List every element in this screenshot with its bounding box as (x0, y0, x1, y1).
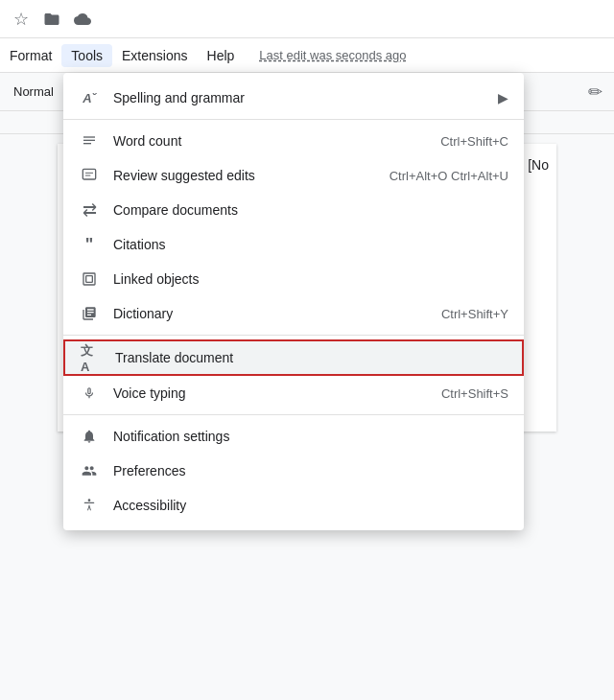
dropdown-item-preferences[interactable]: Preferences (63, 454, 524, 488)
compare-docs-icon: ⇄ (79, 199, 100, 221)
review-edits-icon (79, 165, 100, 186)
preferences-label: Preferences (113, 463, 508, 478)
menu-tools[interactable]: Tools (61, 44, 112, 67)
svg-rect-7 (86, 276, 93, 283)
dropdown-section-4: Notification settings Preferences Access… (63, 415, 524, 526)
word-count-icon (79, 130, 100, 152)
dropdown-item-word-count[interactable]: Word count Ctrl+Shift+C (63, 124, 524, 158)
pencil-icon[interactable]: ✏ (584, 78, 606, 106)
notifications-icon (79, 426, 100, 447)
dictionary-shortcut: Ctrl+Shift+Y (441, 307, 508, 321)
dropdown-item-dictionary[interactable]: Dictionary Ctrl+Shift+Y (63, 296, 524, 331)
doc-bracket-nor: [No (528, 157, 549, 173)
dropdown-item-linked-objects[interactable]: Linked objects (63, 262, 524, 296)
dropdown-item-voice-typing[interactable]: Voice typing Ctrl+Shift+S (63, 376, 524, 410)
svg-rect-3 (83, 169, 95, 179)
review-edits-label: Review suggested edits (113, 168, 390, 183)
dropdown-item-review-edits[interactable]: Review suggested edits Ctrl+Alt+O Ctrl+A… (63, 158, 524, 193)
dropdown-item-spelling-grammar[interactable]: Aˇ Spelling and grammar ▶ (63, 81, 524, 115)
spelling-icon: Aˇ (79, 87, 100, 108)
dropdown-section-2: Word count Ctrl+Shift+C Review suggested… (63, 120, 524, 336)
folder-icon[interactable] (38, 6, 65, 33)
word-count-shortcut: Ctrl+Shift+C (440, 134, 508, 149)
svg-rect-2 (83, 143, 91, 144)
voice-typing-label: Voice typing (113, 385, 441, 401)
spelling-grammar-arrow: ▶ (498, 90, 508, 105)
translate-icon: 文A (81, 347, 102, 368)
tools-dropdown: Aˇ Spelling and grammar ▶ Word count Ctr… (63, 73, 524, 530)
translate-label: Translate document (115, 350, 507, 365)
dictionary-label: Dictionary (113, 306, 441, 321)
citations-icon: " (79, 234, 100, 255)
accessibility-icon (79, 495, 100, 516)
linked-objects-label: Linked objects (113, 271, 508, 287)
svg-rect-6 (83, 273, 95, 285)
svg-rect-0 (83, 136, 95, 137)
dropdown-item-translate[interactable]: 文A Translate document (63, 339, 524, 376)
menu-extensions[interactable]: Extensions (112, 44, 197, 67)
svg-point-8 (88, 499, 91, 502)
dropdown-item-citations[interactable]: " Citations (63, 227, 524, 262)
dropdown-item-accessibility[interactable]: Accessibility (63, 488, 524, 523)
spelling-grammar-label: Spelling and grammar (113, 90, 490, 105)
linked-objects-icon (79, 268, 100, 290)
dictionary-icon (79, 303, 100, 324)
voice-typing-shortcut: Ctrl+Shift+S (441, 386, 508, 401)
menu-bar: Format Tools Extensions Help Last edit w… (0, 38, 614, 73)
dropdown-section-3: 文A Translate document Voice typing Ctrl+… (63, 336, 524, 415)
accessibility-label: Accessibility (113, 498, 508, 513)
svg-rect-1 (83, 140, 95, 141)
voice-typing-icon (79, 383, 100, 404)
style-normal[interactable]: Normal (8, 82, 59, 101)
preferences-icon (79, 460, 100, 481)
cloud-icon[interactable] (69, 6, 96, 33)
review-edits-shortcut: Ctrl+Alt+O Ctrl+Alt+U (390, 169, 508, 183)
compare-docs-label: Compare documents (113, 202, 508, 218)
menu-help[interactable]: Help (198, 44, 245, 67)
dropdown-section-1: Aˇ Spelling and grammar ▶ (63, 77, 524, 120)
last-edit-label: Last edit was seconds ago (249, 44, 415, 66)
dropdown-item-notifications[interactable]: Notification settings (63, 419, 524, 454)
menu-format[interactable]: Format (0, 44, 61, 67)
top-bar: ☆ (0, 0, 614, 38)
dropdown-item-compare-docs[interactable]: ⇄ Compare documents (63, 193, 524, 227)
star-icon[interactable]: ☆ (8, 6, 35, 33)
word-count-label: Word count (113, 133, 440, 149)
notifications-label: Notification settings (113, 429, 508, 444)
citations-label: Citations (113, 237, 508, 252)
